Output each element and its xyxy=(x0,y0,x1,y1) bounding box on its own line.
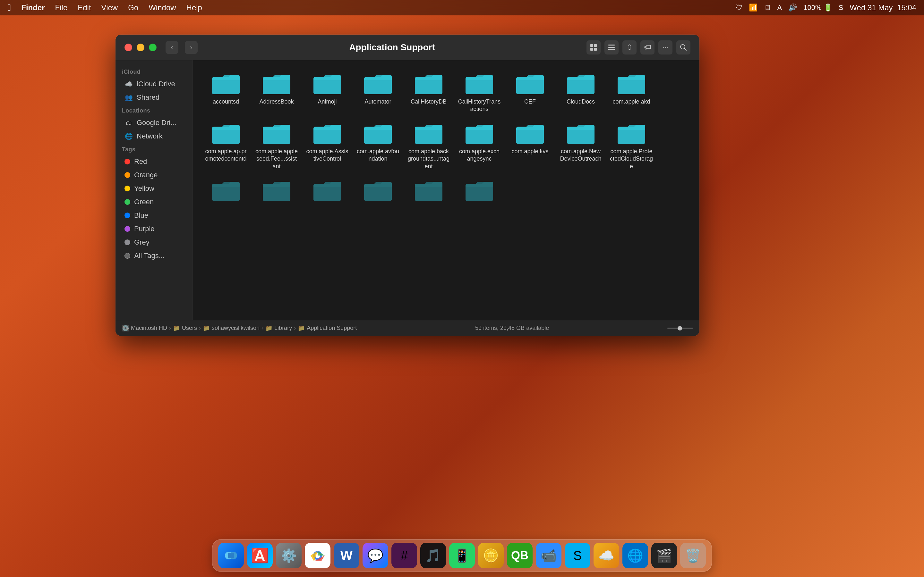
breadcrumb-users[interactable]: 📁 Users xyxy=(173,325,197,332)
list-item[interactable] xyxy=(304,177,351,206)
share-btn[interactable]: ⇧ xyxy=(622,40,636,55)
list-item[interactable]: com.apple.akd xyxy=(607,70,655,116)
breadcrumb-hd[interactable]: 💽 Macintosh HD xyxy=(122,325,167,332)
dock-coins[interactable]: 🪙 xyxy=(478,543,504,568)
dock-spotify[interactable]: 🎵 xyxy=(420,543,446,568)
dock-system-prefs[interactable]: ⚙️ xyxy=(276,543,302,568)
dock-browser[interactable]: 🌐 xyxy=(622,543,648,568)
sidebar-item-network[interactable]: 🌐 Network xyxy=(118,129,190,143)
breadcrumb-sep3: › xyxy=(262,325,263,332)
folder-name: com.apple.AssistiveControl xyxy=(305,148,349,163)
list-item[interactable] xyxy=(253,177,300,206)
tag-yellow-label: Yellow xyxy=(134,184,154,193)
list-item[interactable]: com.apple.kvs xyxy=(506,119,554,173)
dock-skype[interactable]: S xyxy=(565,543,590,568)
breadcrumb-library[interactable]: 📁 Library xyxy=(265,325,292,332)
list-item[interactable]: com.apple.AssistiveControl xyxy=(304,119,351,173)
list-item[interactable] xyxy=(354,177,402,206)
menubar-datetime: Wed 31 May 15:04 xyxy=(850,3,916,12)
dock-dropzone[interactable]: ☁️ xyxy=(594,543,619,568)
menubar-edit[interactable]: Edit xyxy=(78,3,91,12)
tag-btn[interactable]: 🏷 xyxy=(640,40,654,55)
list-item[interactable]: CallHistoryDB xyxy=(405,70,452,116)
breadcrumb-appsupport[interactable]: 📁 Application Support xyxy=(298,325,357,332)
menubar-go[interactable]: Go xyxy=(128,3,138,12)
list-item[interactable]: com.apple.exchangesync xyxy=(456,119,503,173)
list-item[interactable] xyxy=(456,177,503,206)
sidebar-item-shared[interactable]: 👥 Shared xyxy=(118,91,190,104)
sidebar-item-google-drive[interactable]: 🗂 Google Dri... xyxy=(118,116,190,129)
sidebar-item-all-tags[interactable]: All Tags... xyxy=(118,249,190,263)
list-item[interactable]: CallHistoryTransactions xyxy=(456,70,503,116)
menubar-view[interactable]: View xyxy=(102,3,118,12)
slider-thumb[interactable] xyxy=(678,326,682,330)
sidebar-item-tag-purple[interactable]: Purple xyxy=(118,222,190,235)
dock-zoom[interactable]: 📹 xyxy=(536,543,561,568)
list-item[interactable]: com.apple.ap.promotedcontentd xyxy=(202,119,250,173)
sidebar-item-tag-yellow[interactable]: Yellow xyxy=(118,182,190,195)
menubar-volume-icon[interactable]: 🔊 xyxy=(788,3,797,12)
menubar-window[interactable]: Window xyxy=(149,3,176,12)
apple-menu[interactable]:  xyxy=(8,3,11,13)
sidebar-item-tag-grey[interactable]: Grey xyxy=(118,235,190,249)
breadcrumb-user[interactable]: 📁 sofiawycislikwilson xyxy=(203,325,260,332)
slider-track[interactable] xyxy=(667,327,693,329)
dock-quickbooks[interactable]: QB xyxy=(507,543,533,568)
list-item[interactable] xyxy=(405,177,452,206)
list-item[interactable]: CEF xyxy=(506,70,554,116)
list-item[interactable]: com.apple.backgroundtas...ntagent xyxy=(405,119,452,173)
more-btn[interactable]: ··· xyxy=(658,40,672,55)
dock-mkvtoolnix[interactable]: 🎬 xyxy=(651,543,677,568)
maximize-button[interactable] xyxy=(149,44,157,51)
close-button[interactable] xyxy=(124,44,132,51)
sidebar-item-tag-red[interactable]: Red xyxy=(118,155,190,168)
menubar-siri-icon[interactable]: S xyxy=(838,3,843,12)
network-icon: 🌐 xyxy=(124,132,133,140)
dock-trash[interactable]: 🗑️ xyxy=(680,543,706,568)
list-item[interactable]: accountsd xyxy=(202,70,250,116)
view-list-btn[interactable] xyxy=(604,40,619,55)
menubar-help[interactable]: Help xyxy=(186,3,202,12)
folder-name: com.apple.avfoundation xyxy=(356,148,400,163)
list-item[interactable]: CloudDocs xyxy=(557,70,604,116)
dock-messenger[interactable]: 💬 xyxy=(363,543,388,568)
list-item[interactable]: Animoji xyxy=(304,70,351,116)
list-item[interactable]: com.apple.appleseed.Fee...ssistant xyxy=(253,119,300,173)
sidebar: iCloud ☁️ iCloud Drive 👥 Shared Location… xyxy=(115,60,192,320)
sidebar-item-icloud-drive[interactable]: ☁️ iCloud Drive xyxy=(118,77,190,91)
sidebar-item-tag-blue[interactable]: Blue xyxy=(118,209,190,222)
finder-window: ‹ › Application Support xyxy=(115,35,699,336)
folder-icon xyxy=(262,73,291,96)
folder-name: CloudDocs xyxy=(567,98,595,105)
dock-finder[interactable] xyxy=(218,543,244,568)
list-item[interactable]: com.apple.ProtectedCloudStorage xyxy=(607,119,655,173)
menubar-wifi-icon[interactable]: 📶 xyxy=(749,3,758,12)
dock-word[interactable]: W xyxy=(334,543,359,568)
minimize-button[interactable] xyxy=(137,44,144,51)
list-item[interactable]: com.apple.NewDeviceOutreach xyxy=(557,119,604,173)
view-icons-btn[interactable] xyxy=(586,40,601,55)
dock-slack[interactable]: # xyxy=(391,543,417,568)
menubar-nordvpn-icon: 🛡 xyxy=(735,3,742,12)
menubar-a-icon: A xyxy=(777,3,782,12)
list-item[interactable]: Automator xyxy=(354,70,402,116)
list-item[interactable]: AddressBook xyxy=(253,70,300,116)
zoom-slider[interactable] xyxy=(667,327,693,329)
folder-name: com.apple.backgroundtas...ntagent xyxy=(407,148,451,170)
menubar-finder[interactable]: Finder xyxy=(21,3,45,12)
search-btn[interactable] xyxy=(676,40,690,55)
back-button[interactable]: ‹ xyxy=(166,41,178,54)
list-item[interactable] xyxy=(202,177,250,206)
menubar-display-icon[interactable]: 🖥 xyxy=(764,3,771,12)
svg-rect-0 xyxy=(590,44,593,47)
menubar-file[interactable]: File xyxy=(55,3,68,12)
title-bar: ‹ › Application Support xyxy=(115,35,699,60)
sidebar-item-tag-green[interactable]: Green xyxy=(118,195,190,209)
dock-app-store[interactable]: 🅰️ xyxy=(247,543,273,568)
sidebar-item-tag-orange[interactable]: Orange xyxy=(118,168,190,182)
list-item[interactable]: com.apple.avfoundation xyxy=(354,119,402,173)
forward-button[interactable]: › xyxy=(185,41,198,54)
dock-chrome[interactable] xyxy=(305,543,330,568)
dock-whatsapp[interactable]: 📱 xyxy=(449,543,475,568)
menubar-right: 🛡 📶 🖥 A 🔊 100% 🔋 S Wed 31 May 15:04 xyxy=(735,3,916,12)
